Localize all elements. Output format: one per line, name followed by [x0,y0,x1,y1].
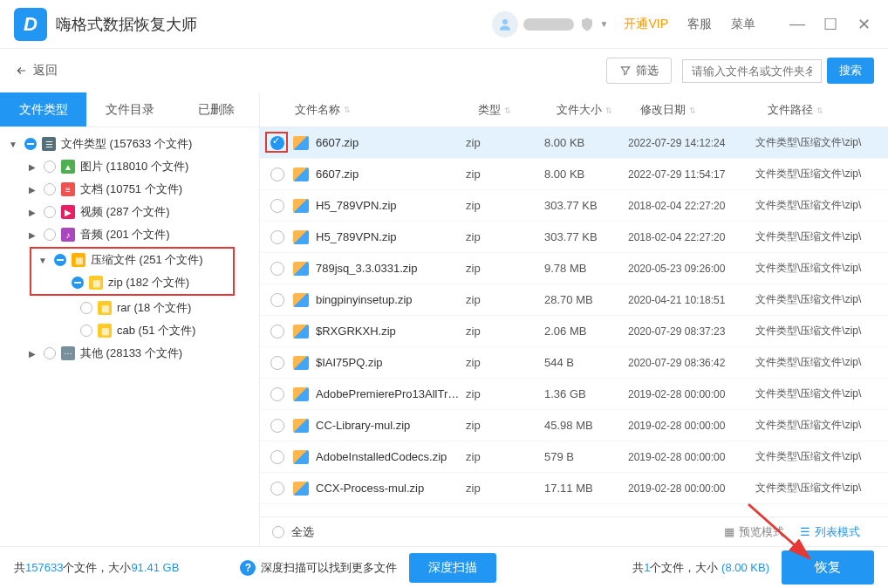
file-name: $IAI75PQ.zip [316,356,466,369]
support-button[interactable]: 客服 [687,17,712,32]
table-row[interactable]: $IAI75PQ.zipzip544 B2020-07-29 08:36:42文… [260,347,888,379]
tree-cab[interactable]: ▦ cab (51 个文件) [0,319,259,342]
file-name: CC-Library-mul.zip [316,419,466,432]
tree-rar[interactable]: ▦ rar (18 个文件) [0,297,259,319]
file-date: 2022-07-29 11:54:17 [628,168,755,181]
row-checkbox[interactable] [270,136,284,150]
search-input[interactable] [682,59,822,83]
list-mode-button[interactable]: ☰ 列表模式 [800,524,860,540]
header-size[interactable]: 文件大小⇅ [557,102,640,118]
tree-root[interactable]: ▼☰ 文件类型 (157633 个文件) [0,133,259,155]
file-icon [293,482,309,496]
app-logo: D [14,8,47,41]
minimize-button[interactable]: — [787,15,808,33]
row-checkbox[interactable] [270,230,284,244]
file-date: 2022-07-29 14:12:24 [628,137,755,149]
sidebar-tabs: 文件类型 文件目录 已删除 [0,92,259,127]
table-body[interactable]: 6607.zipzip8.00 KB2022-07-29 14:12:24文件类… [260,127,888,516]
tab-deleted[interactable]: 已删除 [173,92,259,126]
table-row[interactable]: CCX-Process-mul.zipzip17.11 MB2019-02-28… [260,473,888,504]
maximize-button[interactable]: ☐ [820,15,841,34]
tree-audio[interactable]: ▶♪ 音频 (201 个文件) [0,223,259,246]
preview-mode-button[interactable]: ▦ 预览模式 [724,524,784,540]
file-type: zip [466,419,544,432]
header-date[interactable]: 修改日期⇅ [640,102,768,118]
tree-images[interactable]: ▶▲ 图片 (118010 个文件) [0,155,259,178]
file-path: 文件类型\压缩文件\zip\ [755,135,888,150]
file-type: zip [466,136,544,149]
row-checkbox[interactable] [270,262,284,276]
back-button[interactable]: 返回 [14,63,58,79]
table-row[interactable]: H5_789VPN.zipzip303.77 KB2018-02-04 22:2… [260,190,888,222]
row-checkbox[interactable] [270,168,284,181]
file-size: 45.98 MB [544,419,628,432]
file-name: H5_789VPN.zip [316,199,466,212]
table-row[interactable]: 6607.zipzip8.00 KB2022-07-29 14:12:24文件类… [260,127,888,159]
table-row[interactable]: AdobePremierePro13AllTr…zip1.36 GB2019-0… [260,379,888,410]
header-path[interactable]: 文件路径⇅ [768,102,888,118]
file-size: 9.78 MB [544,262,628,275]
file-path: 文件类型\压缩文件\zip\ [755,449,888,464]
row-checkbox[interactable] [270,356,284,370]
file-type: zip [466,230,544,243]
file-name: $RXGRKXH.zip [316,325,466,338]
recover-button[interactable]: 恢复 [782,550,874,585]
selected-files-label: 共1个文件，大小 (8.00 KB) [632,560,769,576]
filter-button[interactable]: 筛选 [606,58,672,84]
table-row[interactable]: 789jsq_3.3.0331.zipzip9.78 MB2020-05-23 … [260,253,888,284]
row-checkbox[interactable] [270,325,284,338]
table-row[interactable]: $RXGRKXH.zipzip2.06 MB2020-07-29 08:37:2… [260,316,888,347]
file-date: 2020-05-23 09:26:00 [628,263,755,275]
tab-file-dir[interactable]: 文件目录 [86,92,173,126]
search-button[interactable]: 搜索 [827,58,874,84]
row-checkbox[interactable] [270,387,284,401]
tree-other[interactable]: ▶⋯ 其他 (28133 个文件) [0,342,259,365]
file-name: 789jsq_3.3.0331.zip [316,262,466,275]
file-name: bingpinyinsetup.zip [316,293,466,306]
file-type: zip [466,482,544,495]
file-size: 8.00 KB [544,168,628,181]
file-type: zip [466,325,544,338]
avatar-icon [492,11,518,38]
file-date: 2020-07-29 08:36:42 [628,357,755,369]
file-icon [293,450,309,464]
table-row[interactable]: CC-Library-mul.zipzip45.98 MB2019-02-28 … [260,410,888,441]
deep-scan-button[interactable]: 深度扫描 [409,553,496,583]
vip-link[interactable]: 开通VIP [624,17,668,32]
app-title: 嗨格式数据恢复大师 [56,14,197,35]
table-row[interactable]: 6607.zipzip8.00 KB2022-07-29 11:54:17文件类… [260,159,888,190]
info-icon: ? [240,560,256,576]
table-row[interactable]: AdobeInstalledCodecs.zipzip579 B2019-02-… [260,441,888,473]
user-menu[interactable]: ▼ [492,11,609,38]
row-checkbox[interactable] [270,482,284,496]
file-type: zip [466,356,544,369]
file-type: zip [466,293,544,306]
file-size: 303.77 KB [544,230,628,243]
header-type[interactable]: 类型⇅ [478,102,557,118]
row-checkbox[interactable] [270,450,284,464]
tree-archive[interactable]: ▼▦ 压缩文件 (251 个文件) [31,249,233,271]
user-name-placeholder [523,18,574,31]
row-checkbox[interactable] [270,293,284,307]
row-checkbox[interactable] [270,199,284,213]
table-footer: 全选 ▦ 预览模式 ☰ 列表模式 [260,516,888,546]
menu-button[interactable]: 菜单 [731,17,755,32]
file-size: 544 B [544,356,628,369]
table-row[interactable]: H5_789VPN.zipzip303.77 KB2018-02-04 22:2… [260,222,888,253]
file-type: zip [466,168,544,181]
table-row[interactable]: bingpinyinsetup.zipzip28.70 MB2020-04-21… [260,284,888,316]
file-name: H5_789VPN.zip [316,230,466,243]
tree-docs[interactable]: ▶≡ 文档 (10751 个文件) [0,178,259,201]
select-all-label: 全选 [291,524,314,540]
file-name: 6607.zip [316,136,466,149]
row-checkbox[interactable] [270,419,284,433]
file-date: 2020-04-21 10:18:51 [628,294,755,306]
tree-zip[interactable]: ▦ zip (182 个文件) [31,271,233,294]
header-name[interactable]: 文件名称⇅ [295,102,478,118]
grid-icon: ▦ [724,525,734,538]
file-tree: ▼☰ 文件类型 (157633 个文件) ▶▲ 图片 (118010 个文件) … [0,127,259,370]
select-all-checkbox[interactable] [272,526,284,538]
tab-file-type[interactable]: 文件类型 [0,92,86,126]
tree-video[interactable]: ▶▶ 视频 (287 个文件) [0,201,259,223]
close-button[interactable]: ✕ [853,15,874,34]
